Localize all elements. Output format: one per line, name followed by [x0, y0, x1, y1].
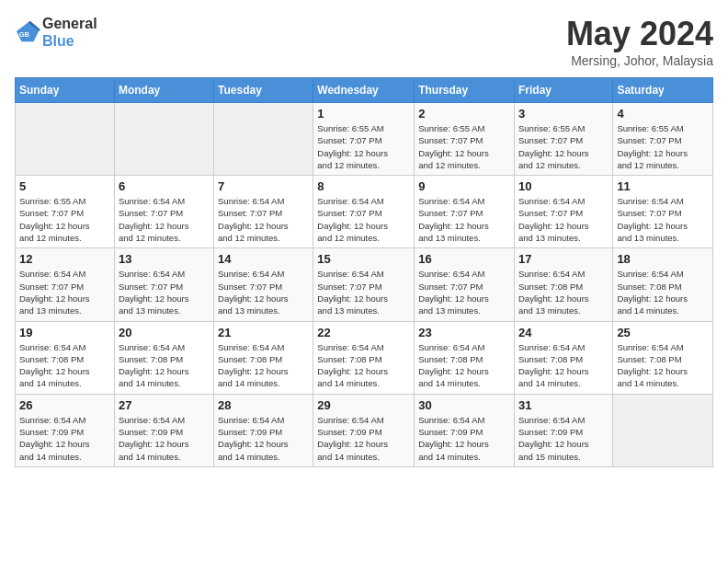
- day-info: Sunrise: 6:54 AMSunset: 7:07 PMDaylight:…: [119, 195, 210, 244]
- weekday-header-monday: Monday: [114, 78, 213, 103]
- day-info: Sunrise: 6:54 AMSunset: 7:08 PMDaylight:…: [518, 341, 609, 390]
- calendar-cell: 11Sunrise: 6:54 AMSunset: 7:07 PMDayligh…: [613, 176, 713, 248]
- calendar-cell: 24Sunrise: 6:54 AMSunset: 7:08 PMDayligh…: [514, 321, 612, 394]
- day-info: Sunrise: 6:54 AMSunset: 7:09 PMDaylight:…: [518, 414, 609, 463]
- calendar-cell: 22Sunrise: 6:54 AMSunset: 7:08 PMDayligh…: [313, 321, 415, 394]
- logo-icon: GB: [15, 19, 40, 45]
- day-info: Sunrise: 6:54 AMSunset: 7:09 PMDaylight:…: [317, 414, 410, 463]
- sunrise-info: Sunrise: 6:54 AM: [317, 341, 410, 353]
- sunset-info: Sunset: 7:09 PM: [518, 426, 609, 438]
- sunset-info: Sunset: 7:09 PM: [218, 426, 309, 438]
- sunrise-info: Sunrise: 6:54 AM: [218, 268, 309, 280]
- calendar-cell: 17Sunrise: 6:54 AMSunset: 7:08 PMDayligh…: [514, 248, 612, 321]
- daylight-duration: and 14 minutes.: [19, 451, 110, 463]
- daylight-duration: and 14 minutes.: [317, 451, 410, 463]
- calendar-cell: 28Sunrise: 6:54 AMSunset: 7:09 PMDayligh…: [214, 394, 313, 466]
- daylight-label: Daylight: 12 hours: [317, 438, 410, 450]
- calendar-week-2: 5Sunrise: 6:55 AMSunset: 7:07 PMDaylight…: [16, 176, 713, 248]
- sunrise-info: Sunrise: 6:54 AM: [518, 341, 609, 353]
- daylight-duration: and 13 minutes.: [518, 304, 609, 316]
- sunset-info: Sunset: 7:07 PM: [617, 207, 709, 219]
- day-number: 8: [317, 179, 410, 193]
- day-number: 15: [317, 252, 410, 266]
- sunset-info: Sunset: 7:09 PM: [119, 426, 210, 438]
- day-info: Sunrise: 6:54 AMSunset: 7:08 PMDaylight:…: [518, 268, 609, 316]
- sunrise-info: Sunrise: 6:55 AM: [418, 122, 510, 134]
- day-info: Sunrise: 6:54 AMSunset: 7:07 PMDaylight:…: [418, 195, 510, 244]
- calendar-header: SundayMondayTuesdayWednesdayThursdayFrid…: [16, 78, 713, 103]
- day-info: Sunrise: 6:54 AMSunset: 7:08 PMDaylight:…: [418, 341, 510, 390]
- daylight-label: Daylight: 12 hours: [218, 438, 309, 450]
- calendar-cell: 29Sunrise: 6:54 AMSunset: 7:09 PMDayligh…: [313, 394, 415, 466]
- sunset-info: Sunset: 7:07 PM: [317, 281, 410, 293]
- sunrise-info: Sunrise: 6:54 AM: [119, 341, 210, 353]
- day-number: 24: [518, 326, 609, 339]
- daylight-duration: and 13 minutes.: [418, 304, 510, 316]
- sunrise-info: Sunrise: 6:54 AM: [218, 414, 309, 426]
- day-number: 13: [119, 252, 210, 266]
- sunrise-info: Sunrise: 6:55 AM: [19, 195, 110, 207]
- sunrise-info: Sunrise: 6:54 AM: [317, 268, 410, 280]
- calendar-cell: 14Sunrise: 6:54 AMSunset: 7:07 PMDayligh…: [214, 248, 313, 321]
- daylight-label: Daylight: 12 hours: [518, 365, 609, 377]
- month-title: May 2024: [566, 15, 713, 53]
- day-number: 20: [119, 326, 210, 339]
- sunset-info: Sunset: 7:09 PM: [317, 426, 410, 438]
- daylight-duration: and 14 minutes.: [119, 377, 210, 389]
- sunset-info: Sunset: 7:08 PM: [617, 281, 709, 293]
- calendar-cell: 27Sunrise: 6:54 AMSunset: 7:09 PMDayligh…: [114, 394, 213, 466]
- daylight-duration: and 14 minutes.: [218, 377, 309, 389]
- daylight-duration: and 13 minutes.: [317, 304, 410, 316]
- calendar-cell: 15Sunrise: 6:54 AMSunset: 7:07 PMDayligh…: [313, 248, 415, 321]
- day-number: 2: [418, 107, 510, 121]
- day-number: 5: [19, 179, 110, 193]
- calendar-cell: [114, 103, 213, 176]
- calendar-cell: 12Sunrise: 6:54 AMSunset: 7:07 PMDayligh…: [16, 248, 115, 321]
- calendar-cell: [16, 103, 115, 176]
- day-number: 22: [317, 326, 410, 339]
- day-number: 21: [218, 326, 309, 339]
- sunset-info: Sunset: 7:07 PM: [19, 281, 110, 293]
- daylight-duration: and 12 minutes.: [317, 232, 410, 244]
- daylight-duration: and 12 minutes.: [418, 159, 510, 171]
- daylight-duration: and 12 minutes.: [218, 232, 309, 244]
- sunset-info: Sunset: 7:09 PM: [19, 426, 110, 438]
- daylight-label: Daylight: 12 hours: [518, 147, 609, 159]
- daylight-label: Daylight: 12 hours: [317, 147, 410, 159]
- day-info: Sunrise: 6:54 AMSunset: 7:09 PMDaylight:…: [218, 414, 309, 463]
- sunrise-info: Sunrise: 6:54 AM: [418, 414, 510, 426]
- sunrise-info: Sunrise: 6:54 AM: [518, 414, 609, 426]
- weekday-header-wednesday: Wednesday: [313, 78, 415, 103]
- sunrise-info: Sunrise: 6:55 AM: [617, 122, 709, 134]
- sunrise-info: Sunrise: 6:54 AM: [617, 268, 709, 280]
- calendar-cell: 7Sunrise: 6:54 AMSunset: 7:07 PMDaylight…: [214, 176, 313, 248]
- day-info: Sunrise: 6:54 AMSunset: 7:07 PMDaylight:…: [317, 268, 410, 316]
- weekday-header-sunday: Sunday: [16, 78, 115, 103]
- daylight-duration: and 14 minutes.: [119, 451, 210, 463]
- sunrise-info: Sunrise: 6:54 AM: [617, 195, 709, 207]
- daylight-label: Daylight: 12 hours: [317, 365, 410, 377]
- weekday-header-saturday: Saturday: [613, 78, 713, 103]
- daylight-duration: and 12 minutes.: [617, 159, 709, 171]
- day-number: 27: [119, 398, 210, 412]
- sunset-info: Sunset: 7:07 PM: [317, 134, 410, 146]
- daylight-label: Daylight: 12 hours: [617, 147, 709, 159]
- sunset-info: Sunset: 7:08 PM: [518, 353, 609, 365]
- day-number: 6: [119, 179, 210, 193]
- day-info: Sunrise: 6:54 AMSunset: 7:08 PMDaylight:…: [19, 341, 110, 390]
- location: Mersing, Johor, Malaysia: [566, 53, 713, 68]
- day-info: Sunrise: 6:55 AMSunset: 7:07 PMDaylight:…: [518, 122, 609, 171]
- daylight-duration: and 13 minutes.: [617, 232, 709, 244]
- day-info: Sunrise: 6:54 AMSunset: 7:07 PMDaylight:…: [518, 195, 609, 244]
- daylight-label: Daylight: 12 hours: [418, 147, 510, 159]
- day-number: 31: [518, 398, 609, 412]
- daylight-duration: and 14 minutes.: [218, 451, 309, 463]
- calendar-cell: 18Sunrise: 6:54 AMSunset: 7:08 PMDayligh…: [613, 248, 713, 321]
- day-info: Sunrise: 6:54 AMSunset: 7:08 PMDaylight:…: [218, 341, 309, 390]
- sunset-info: Sunset: 7:08 PM: [317, 353, 410, 365]
- day-number: 23: [418, 326, 510, 339]
- daylight-label: Daylight: 12 hours: [418, 293, 510, 304]
- daylight-label: Daylight: 12 hours: [119, 438, 210, 450]
- day-info: Sunrise: 6:54 AMSunset: 7:08 PMDaylight:…: [317, 341, 410, 390]
- sunset-info: Sunset: 7:07 PM: [119, 281, 210, 293]
